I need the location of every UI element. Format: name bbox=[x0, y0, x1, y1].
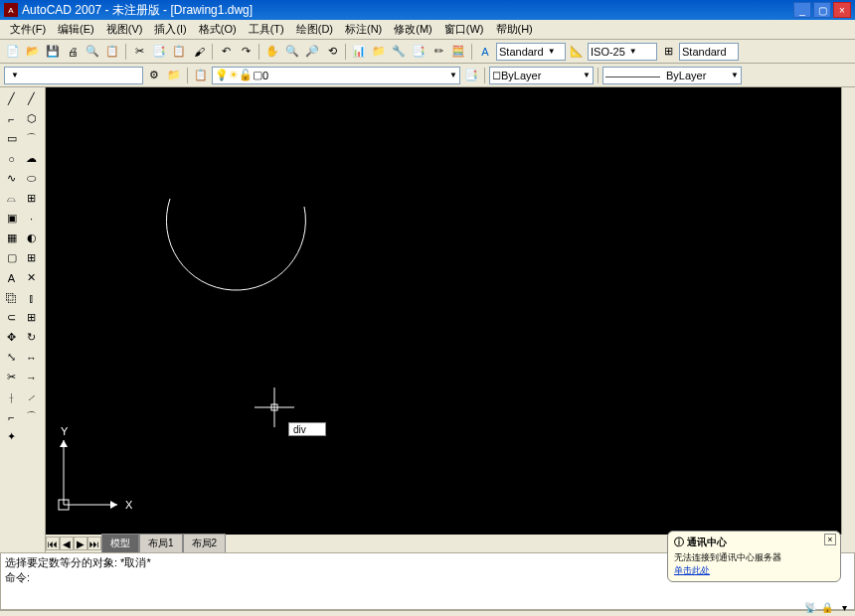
arc-tool[interactable]: ⌒ bbox=[22, 129, 41, 148]
ws-save-icon[interactable]: 📁 bbox=[165, 67, 183, 84]
break-tool[interactable]: ⟊ bbox=[2, 387, 21, 406]
tab-first-icon[interactable]: ⏮ bbox=[46, 537, 60, 550]
layer-props-icon[interactable]: 📋 bbox=[192, 67, 210, 84]
tab-model[interactable]: 模型 bbox=[101, 534, 139, 553]
tab-layout1[interactable]: 布局1 bbox=[139, 534, 183, 553]
horizontal-scrollbar[interactable] bbox=[0, 610, 855, 616]
menu-help[interactable]: 帮助(H) bbox=[490, 20, 539, 39]
calc-icon[interactable]: 🧮 bbox=[449, 43, 467, 61]
minimize-button[interactable]: _ bbox=[793, 2, 811, 18]
stretch-tool[interactable]: ↔ bbox=[22, 348, 41, 367]
ellipse-tool[interactable]: ⬭ bbox=[22, 169, 41, 188]
menu-window[interactable]: 窗口(W) bbox=[438, 20, 490, 39]
zoom-win-icon[interactable]: 🔎 bbox=[303, 43, 321, 61]
copy-tool[interactable]: ⿻ bbox=[2, 288, 21, 307]
tab-prev-icon[interactable]: ◀ bbox=[60, 537, 74, 550]
rectangle-tool[interactable]: ▭ bbox=[2, 129, 21, 148]
preview-icon[interactable]: 🔍 bbox=[84, 43, 101, 61]
match-icon[interactable]: 🖌 bbox=[190, 43, 208, 61]
print-icon[interactable]: 🖨 bbox=[64, 43, 82, 61]
layer-dropdown[interactable]: 💡 ☀ 🔓 ▢ 0 ▼ bbox=[212, 67, 460, 84]
cut-icon[interactable]: ✂ bbox=[130, 43, 148, 61]
comm-icon[interactable]: 📡 bbox=[803, 600, 817, 614]
mirror-tool[interactable]: ⫿ bbox=[22, 288, 41, 307]
maximize-button[interactable]: ▢ bbox=[813, 2, 831, 18]
menu-draw[interactable]: 绘图(D) bbox=[290, 20, 339, 39]
spline-tool[interactable]: ∿ bbox=[2, 169, 21, 188]
text-style-dropdown[interactable]: Standard▼ bbox=[496, 43, 566, 61]
open-icon[interactable]: 📂 bbox=[24, 43, 42, 61]
dim-style-dropdown[interactable]: ISO-25▼ bbox=[588, 43, 657, 61]
markup-icon[interactable]: ✏ bbox=[429, 43, 447, 61]
menu-tools[interactable]: 工具(T) bbox=[243, 20, 290, 39]
balloon-close-icon[interactable]: × bbox=[824, 534, 836, 545]
pan-icon[interactable]: ✋ bbox=[263, 43, 281, 61]
balloon-link[interactable]: 单击此处 bbox=[674, 564, 834, 577]
dynamic-input[interactable] bbox=[288, 422, 326, 436]
circle-tool[interactable]: ○ bbox=[2, 149, 21, 168]
explode-tool[interactable]: ✦ bbox=[2, 427, 21, 446]
workspace-dropdown[interactable]: ▼ bbox=[4, 67, 143, 84]
xline-tool[interactable]: ╱ bbox=[22, 89, 41, 108]
sheetset-icon[interactable]: 📑 bbox=[410, 43, 428, 61]
trim-tool[interactable]: ✂ bbox=[2, 368, 21, 386]
linetype-dropdown[interactable]: ————— ByLayer ▼ bbox=[602, 67, 742, 84]
region-tool[interactable]: ▢ bbox=[2, 248, 21, 267]
layer-prev-icon[interactable]: 📑 bbox=[462, 67, 480, 84]
block-tool[interactable]: ▣ bbox=[2, 209, 21, 228]
tray-menu-icon[interactable]: ▾ bbox=[837, 600, 851, 614]
point-tool[interactable]: · bbox=[22, 209, 41, 228]
ellipse-arc-tool[interactable]: ⌓ bbox=[2, 189, 21, 208]
pline-tool[interactable]: ⌐ bbox=[2, 109, 21, 128]
join-tool[interactable]: ⟋ bbox=[22, 387, 41, 406]
scale-tool[interactable]: ⤡ bbox=[2, 348, 21, 367]
dc-icon[interactable]: 📁 bbox=[370, 43, 388, 61]
table-style-dropdown[interactable]: Standard bbox=[679, 43, 739, 61]
insert-tool[interactable]: ⊞ bbox=[22, 189, 41, 208]
hatch-tool[interactable]: ▦ bbox=[2, 229, 21, 247]
tab-next-icon[interactable]: ▶ bbox=[74, 537, 87, 550]
copy-icon[interactable]: 📑 bbox=[150, 43, 168, 61]
polygon-tool[interactable]: ⬡ bbox=[22, 109, 41, 128]
menu-dimension[interactable]: 标注(N) bbox=[339, 20, 388, 39]
zoom-rt-icon[interactable]: 🔍 bbox=[283, 43, 301, 61]
offset-tool[interactable]: ⊂ bbox=[2, 308, 21, 327]
drawing-canvas[interactable]: X Y ⏮ ◀ ▶ ⏭ 模型 布局1 布局2 bbox=[46, 87, 855, 552]
zoom-prev-icon[interactable]: ⟲ bbox=[323, 43, 341, 61]
mtext-tool[interactable]: A bbox=[2, 268, 21, 287]
vertical-scrollbar[interactable] bbox=[841, 87, 855, 535]
undo-icon[interactable]: ↶ bbox=[217, 43, 235, 61]
tool-pal-icon[interactable]: 🔧 bbox=[390, 43, 408, 61]
lock-icon[interactable]: 🔒 bbox=[820, 600, 834, 614]
line-tool[interactable]: ╱ bbox=[2, 89, 21, 108]
menu-insert[interactable]: 插入(I) bbox=[148, 20, 192, 39]
ws-settings-icon[interactable]: ⚙ bbox=[145, 67, 163, 84]
tab-layout2[interactable]: 布局2 bbox=[183, 534, 227, 553]
dim-style-icon[interactable]: 📐 bbox=[568, 43, 586, 61]
menu-format[interactable]: 格式(O) bbox=[193, 20, 243, 39]
menu-modify[interactable]: 修改(M) bbox=[388, 20, 438, 39]
paste-icon[interactable]: 📋 bbox=[170, 43, 188, 61]
rotate-tool[interactable]: ↻ bbox=[22, 328, 41, 347]
table-tool[interactable]: ⊞ bbox=[22, 248, 41, 267]
table-style-icon[interactable]: ⊞ bbox=[659, 43, 677, 61]
erase-tool[interactable]: ✕ bbox=[22, 268, 41, 287]
redo-icon[interactable]: ↷ bbox=[237, 43, 255, 61]
publish-icon[interactable]: 📋 bbox=[103, 43, 121, 61]
revcloud-tool[interactable]: ☁ bbox=[22, 149, 41, 168]
extend-tool[interactable]: → bbox=[22, 368, 41, 386]
close-button[interactable]: × bbox=[833, 2, 851, 18]
gradient-tool[interactable]: ◐ bbox=[22, 229, 41, 247]
array-tool[interactable]: ⊞ bbox=[22, 308, 41, 327]
menu-view[interactable]: 视图(V) bbox=[100, 20, 149, 39]
tab-last-icon[interactable]: ⏭ bbox=[87, 537, 101, 550]
chamfer-tool[interactable]: ⌐ bbox=[2, 407, 21, 426]
color-dropdown[interactable]: ◻ ByLayer ▼ bbox=[489, 67, 594, 84]
new-icon[interactable]: 📄 bbox=[4, 43, 22, 61]
move-tool[interactable]: ✥ bbox=[2, 328, 21, 347]
text-style-icon[interactable]: A bbox=[476, 43, 494, 61]
menu-edit[interactable]: 编辑(E) bbox=[52, 20, 100, 39]
menu-file[interactable]: 文件(F) bbox=[4, 20, 52, 39]
properties-icon[interactable]: 📊 bbox=[350, 43, 368, 61]
save-icon[interactable]: 💾 bbox=[44, 43, 62, 61]
